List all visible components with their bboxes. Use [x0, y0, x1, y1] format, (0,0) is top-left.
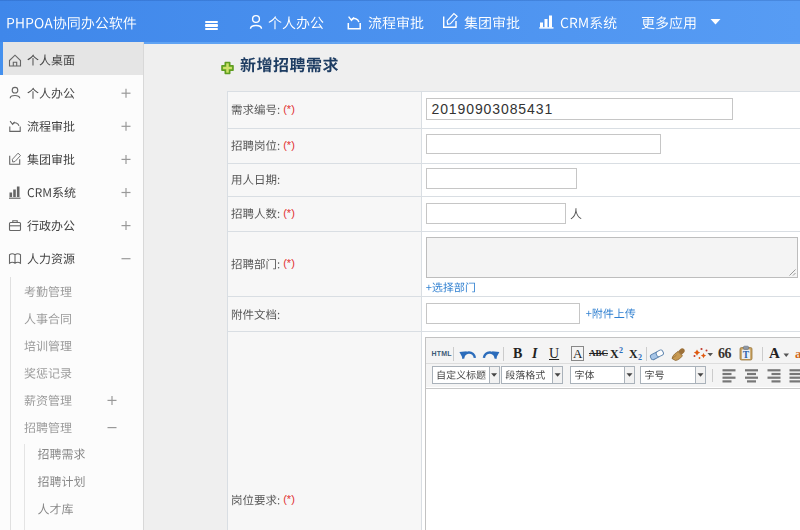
svg-text:T: T: [743, 350, 750, 360]
